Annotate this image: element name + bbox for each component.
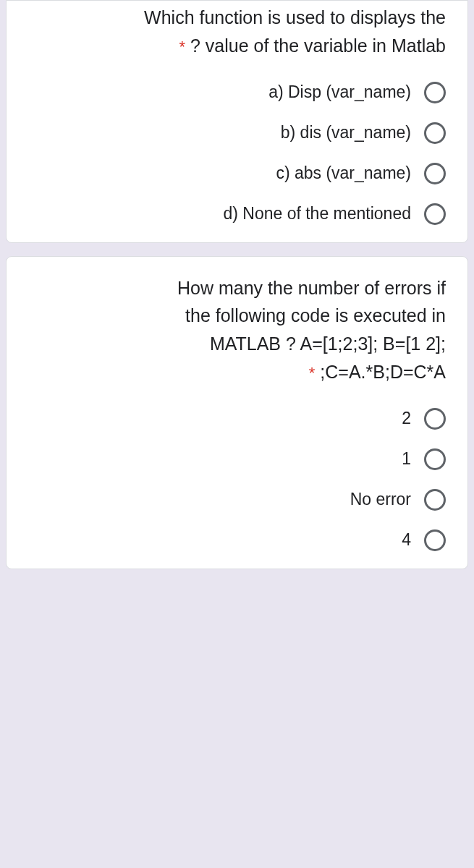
question-text-part: the following code is executed in	[185, 305, 446, 326]
question-card-2: How many the number of errors if the fol…	[6, 256, 468, 569]
radio-icon[interactable]	[424, 122, 446, 144]
option-row[interactable]: c) abs (var_name)	[28, 163, 446, 184]
required-star: *	[179, 38, 185, 56]
radio-icon[interactable]	[424, 489, 446, 511]
radio-icon[interactable]	[424, 529, 446, 551]
options-list: 2 1 No error 4	[28, 408, 446, 551]
radio-icon[interactable]	[424, 408, 446, 430]
question-line: the following code is executed in	[28, 302, 446, 330]
question-line: * ? value of the variable in Matlab	[28, 32, 446, 60]
required-star: *	[309, 364, 316, 382]
option-row[interactable]: a) Disp (var_name)	[28, 82, 446, 103]
option-row[interactable]: No error	[28, 489, 446, 511]
option-row[interactable]: d) None of the mentioned	[28, 203, 446, 225]
question-text-part: Which function is used to displays the	[144, 7, 446, 27]
option-label: a) Disp (var_name)	[268, 82, 411, 102]
option-label: No error	[350, 490, 411, 509]
question-text-part: ? value of the variable in Matlab	[190, 35, 446, 56]
question-text-part: ;C=A.*B;D=C*A	[320, 362, 446, 382]
options-list: a) Disp (var_name) b) dis (var_name) c) …	[28, 82, 446, 225]
question-line: MATLAB ? A=[1;2;3]; B=[1 2];	[28, 330, 446, 358]
option-label: 2	[402, 409, 411, 428]
question-text-part: MATLAB ? A=[1;2;3]; B=[1 2];	[210, 333, 446, 354]
option-row[interactable]: 2	[28, 408, 446, 430]
option-label: 4	[402, 530, 411, 550]
radio-icon[interactable]	[424, 203, 446, 225]
question-text-block: Which function is used to displays the *…	[28, 4, 446, 60]
question-text-block: How many the number of errors if the fol…	[28, 274, 446, 386]
question-line: How many the number of errors if	[28, 274, 446, 302]
question-text-part: How many the number of errors if	[177, 278, 446, 298]
question-card-1: Which function is used to displays the *…	[6, 0, 468, 243]
option-label: c) abs (var_name)	[276, 163, 411, 183]
question-line: Which function is used to displays the	[28, 4, 446, 32]
option-row[interactable]: b) dis (var_name)	[28, 122, 446, 144]
option-row[interactable]: 4	[28, 529, 446, 551]
option-label: d) None of the mentioned	[223, 204, 411, 224]
radio-icon[interactable]	[424, 163, 446, 184]
option-label: b) dis (var_name)	[281, 123, 411, 142]
radio-icon[interactable]	[424, 82, 446, 103]
option-label: 1	[402, 449, 411, 469]
question-line: * ;C=A.*B;D=C*A	[28, 358, 446, 386]
option-row[interactable]: 1	[28, 448, 446, 470]
radio-icon[interactable]	[424, 448, 446, 470]
